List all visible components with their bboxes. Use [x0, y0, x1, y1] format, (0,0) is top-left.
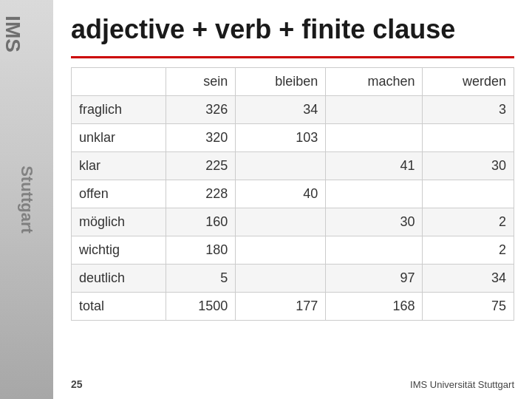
footer: 25 IMS Universität Stuttgart	[71, 378, 514, 390]
adjective-cell: fraglich	[72, 95, 166, 123]
value-cell: 97	[326, 264, 423, 292]
main-content: adjective + verb + finite clause sein bl…	[53, 0, 532, 399]
adjective-cell: total	[72, 292, 166, 320]
value-cell	[236, 236, 326, 264]
data-table: sein bleiben machen werden fraglich32634…	[71, 67, 514, 321]
value-cell: 41	[326, 151, 423, 180]
value-cell: 30	[423, 151, 514, 180]
table-row: fraglich326343	[72, 95, 514, 123]
value-cell	[326, 95, 423, 123]
table-row: wichtig1802	[72, 236, 514, 264]
adjective-cell: unklar	[72, 123, 166, 151]
table-row: möglich160302	[72, 208, 514, 236]
value-cell	[236, 264, 326, 292]
value-cell: 5	[166, 264, 236, 292]
value-cell: 225	[166, 151, 236, 180]
value-cell: 34	[423, 264, 514, 292]
value-cell	[326, 180, 423, 208]
page-title: adjective + verb + finite clause	[71, 15, 514, 44]
value-cell: 228	[166, 180, 236, 208]
value-cell: 30	[326, 208, 423, 236]
table-row: unklar320103	[72, 123, 514, 151]
adjective-cell: möglich	[72, 208, 166, 236]
value-cell: 180	[166, 236, 236, 264]
value-cell: 160	[166, 208, 236, 236]
value-cell: 2	[423, 208, 514, 236]
title-separator	[71, 56, 514, 58]
value-cell: 75	[423, 292, 514, 320]
adjective-cell: wichtig	[72, 236, 166, 264]
sidebar: IMS Stuttgart	[0, 0, 53, 399]
value-cell	[423, 180, 514, 208]
sidebar-stuttgart-label: Stuttgart	[17, 166, 36, 233]
value-cell	[236, 208, 326, 236]
table-row: klar2254130	[72, 151, 514, 180]
value-cell: 168	[326, 292, 423, 320]
value-cell: 1500	[166, 292, 236, 320]
col-header-sein: sein	[166, 67, 236, 95]
institute-name: IMS Universität Stuttgart	[410, 379, 514, 390]
col-header-adjective	[72, 67, 166, 95]
adjective-cell: offen	[72, 180, 166, 208]
value-cell: 177	[236, 292, 326, 320]
value-cell: 320	[166, 123, 236, 151]
value-cell	[236, 151, 326, 180]
page-number: 25	[71, 378, 83, 390]
value-cell: 34	[236, 95, 326, 123]
table-row: total150017716875	[72, 292, 514, 320]
col-header-bleiben: bleiben	[236, 67, 326, 95]
value-cell	[423, 123, 514, 151]
value-cell: 103	[236, 123, 326, 151]
value-cell: 3	[423, 95, 514, 123]
value-cell	[326, 236, 423, 264]
table-row: deutlich59734	[72, 264, 514, 292]
adjective-cell: deutlich	[72, 264, 166, 292]
value-cell: 2	[423, 236, 514, 264]
adjective-cell: klar	[72, 151, 166, 180]
value-cell: 326	[166, 95, 236, 123]
sidebar-ims-label: IMS	[1, 16, 24, 52]
table-header-row: sein bleiben machen werden	[72, 67, 514, 95]
col-header-machen: machen	[326, 67, 423, 95]
value-cell	[326, 123, 423, 151]
value-cell: 40	[236, 180, 326, 208]
col-header-werden: werden	[423, 67, 514, 95]
table-row: offen22840	[72, 180, 514, 208]
